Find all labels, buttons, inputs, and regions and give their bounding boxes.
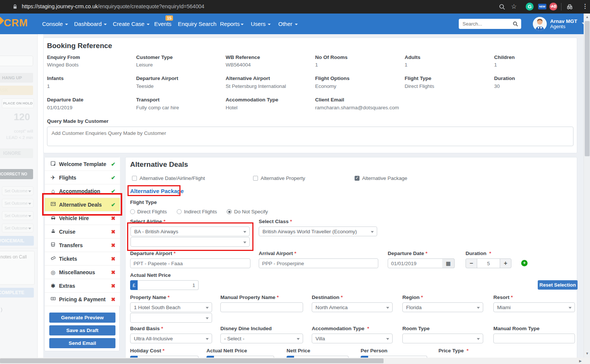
user-name[interactable]: Arnav MGT (550, 18, 577, 24)
sidebar-item-vehicle-hire[interactable]: Vehicle Hire✖ (45, 211, 120, 225)
set-outcome-select-3[interactable]: Set Outcome (2, 211, 33, 220)
radio-direct-flights[interactable]: Direct Flights (130, 208, 175, 214)
board-basis-select[interactable]: Ultra All-Inclusive (130, 334, 212, 343)
events-badge: 15 (165, 15, 173, 21)
property-name-select-secondary[interactable] (130, 313, 212, 323)
search-icon[interactable] (513, 21, 518, 27)
hang-up-button[interactable]: HANG UP (0, 73, 33, 83)
flight-type-label: Flight Type (130, 199, 157, 205)
send-email-button[interactable]: Send Email (49, 338, 115, 348)
nav-events[interactable]: Events (154, 21, 171, 27)
query-textarea[interactable] (47, 127, 573, 146)
incorrect-no-button[interactable]: INCORRECT NO (0, 169, 33, 179)
search-input[interactable] (459, 19, 510, 29)
set-outcome-select-4[interactable]: Set Outcome (2, 224, 33, 233)
nav-other[interactable]: Other (278, 21, 298, 27)
voicemail-button[interactable]: VOICEMAIL (0, 236, 34, 246)
sidebar-item-accommodation[interactable]: ⌂ Accommodation✔ (45, 184, 120, 198)
sidebar-item-extras[interactable]: ✱ Extras✖ (45, 279, 120, 293)
radio-icon[interactable] (130, 209, 135, 214)
nav-create-case[interactable]: Create Case (113, 21, 150, 27)
sidebar-item-miscellaneous[interactable]: ◎ Miscellaneous✖ (45, 266, 120, 279)
radio-icon[interactable] (177, 209, 182, 214)
new-extension-icon[interactable]: NEW (538, 4, 546, 9)
actual-nett-price-input[interactable] (138, 280, 199, 290)
radio-indirect-flights[interactable]: Indirect Flights (177, 208, 225, 214)
checkbox-checked-icon[interactable] (355, 176, 359, 181)
sidebar-item-pricing-payment[interactable]: Pricing & Payment✖ (45, 293, 120, 306)
browser-menu-icon[interactable]: ⋮ (582, 3, 588, 10)
set-outcome-select-2[interactable]: Set Outcome (2, 199, 33, 208)
checkbox-icon[interactable] (132, 176, 137, 181)
add-row-icon[interactable]: + (521, 260, 528, 266)
alt-property-option[interactable]: Alternative Property (253, 175, 305, 181)
duration-minus-button[interactable]: − (466, 258, 477, 268)
call-input[interactable] (0, 56, 33, 66)
nav-users[interactable]: Users (251, 21, 271, 27)
avatar[interactable] (533, 17, 547, 31)
call-notes-textarea[interactable] (0, 251, 35, 285)
airline-select[interactable]: BA - British Airways (130, 227, 250, 236)
manual-room-type-input[interactable] (493, 334, 575, 343)
nav-console[interactable]: Console (42, 21, 68, 27)
sidebar-item-tickets[interactable]: Tickets✖ (45, 252, 120, 266)
class-select[interactable]: British Airways World Traveller (Economy… (259, 227, 377, 236)
sidebar-item-alternative-deals[interactable]: Alternative Deals✔ (45, 198, 120, 211)
duration-plus-button[interactable]: + (500, 258, 511, 268)
grammarly-extension-icon[interactable]: G (526, 3, 534, 11)
calendar-icon[interactable]: ▦ (442, 258, 455, 268)
scroll-down-icon[interactable]: ▼ (585, 352, 589, 355)
arrival-airport-input[interactable] (259, 258, 378, 268)
alt-package-option[interactable]: Alternative Package (355, 175, 407, 181)
complete-button[interactable]: COMPLETE (0, 288, 34, 298)
field-value: Direct Flights (405, 83, 434, 89)
departure-airport-label: Departure Airport * (130, 251, 176, 256)
chevron-down-icon (28, 228, 31, 230)
room-type-select[interactable] (402, 334, 483, 343)
generate-preview-button[interactable]: Generate Preview (49, 313, 115, 323)
brand-logo[interactable]: CRM (4, 17, 28, 29)
departure-date-input[interactable] (388, 258, 443, 268)
red-extension-icon[interactable]: ✈B (549, 3, 557, 11)
url-text[interactable]: https://staging.journey-crm.co.uk/enquir… (22, 3, 204, 9)
horizontal-scrollbar-thumb[interactable] (0, 358, 384, 363)
call-timer: 120 (0, 111, 30, 123)
manual-property-name-input[interactable] (220, 302, 303, 312)
airline-select-secondary[interactable] (130, 237, 250, 247)
save-as-draft-button[interactable]: Save as Draft (49, 325, 115, 335)
sidebar-item-flights[interactable]: ✈ Flights✔ (45, 171, 120, 184)
alt-date-airline-flight-option[interactable]: Alternative Date/Airline/Flight (132, 175, 205, 181)
zoom-icon[interactable] (499, 3, 505, 10)
sidebar-item-cruise[interactable]: Cruise✖ (45, 225, 120, 239)
radio-selected-icon[interactable] (227, 209, 232, 214)
alternative-package-heading[interactable]: Alternative Package (130, 188, 184, 194)
scroll-up-icon[interactable]: ▲ (585, 15, 589, 19)
accommodation-type-select[interactable]: Villa (312, 334, 393, 343)
nav-reports[interactable]: Reports (220, 21, 244, 27)
place-on-hold-button[interactable]: PLACE ON HOLD (2, 98, 34, 108)
property-name-select[interactable]: 1 Hotel South Beach (130, 302, 212, 312)
chevron-down-icon (295, 24, 298, 25)
resort-select[interactable]: Miami (493, 302, 575, 312)
horizontal-scrollbar[interactable]: ▶ (0, 358, 584, 364)
disney-dine-select[interactable]: - Select - (220, 334, 303, 343)
vertical-scrollbar-thumb[interactable] (585, 21, 590, 156)
departure-airport-input[interactable] (130, 258, 250, 268)
region-select[interactable]: Florida (402, 302, 483, 312)
ignore-button[interactable]: IGNORE (0, 148, 33, 158)
sidebar-item-transfers[interactable]: Transfers✖ (45, 239, 120, 252)
duration-input[interactable] (477, 258, 500, 268)
scroll-right-icon[interactable]: ▶ (579, 359, 582, 363)
sidebar-item-welcome-template[interactable]: Welcome Template✔ (45, 157, 120, 171)
set-outcome-select-1[interactable]: Set Outcome (2, 186, 33, 195)
radio-do-not-specify[interactable]: Do Not Specify (227, 208, 276, 214)
bookmark-star-icon[interactable]: ☆ (511, 3, 517, 11)
field-value: 01/01/2019 (47, 105, 73, 110)
nav-enquiry-search[interactable]: Enquiry Search (178, 21, 217, 27)
incognito-profile-icon[interactable] (566, 3, 573, 11)
vertical-scrollbar[interactable]: ▲ ▼ (584, 14, 590, 358)
nav-dashboard[interactable]: Dashboard (74, 21, 107, 27)
reset-selection-button[interactable]: Reset Selection (538, 280, 578, 290)
destination-select[interactable]: North America (312, 302, 393, 312)
checkbox-icon[interactable] (253, 176, 258, 181)
